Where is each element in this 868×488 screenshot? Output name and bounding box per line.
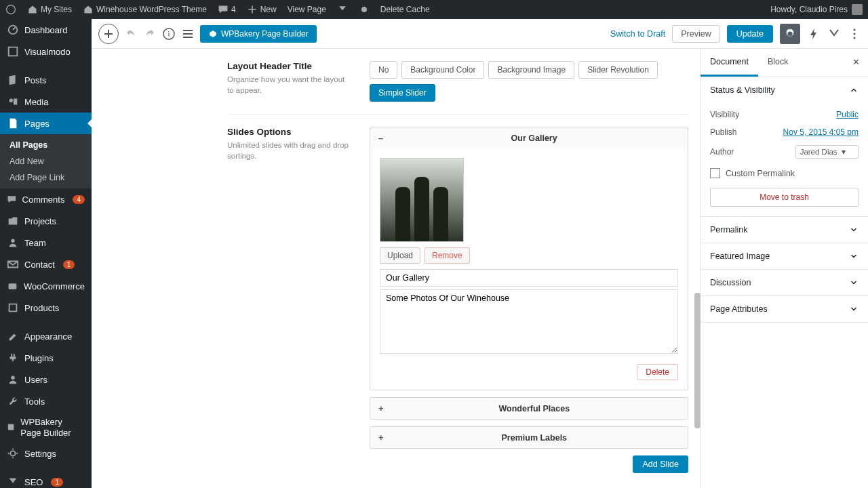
chevron-down-icon: [849, 251, 859, 261]
slide-1: – Our Gallery Upload: [370, 127, 688, 390]
info-icon[interactable]: i: [162, 27, 176, 41]
svg-point-0: [7, 5, 16, 14]
delete-slide-button[interactable]: Delete: [637, 364, 678, 380]
slide-desc-textarea[interactable]: Some Photos Of Our Winehouse: [380, 289, 678, 354]
svg-text:i: i: [168, 30, 170, 38]
menu-posts[interactable]: Posts: [0, 69, 92, 91]
menu-dashboard[interactable]: Dashboard: [0, 19, 92, 41]
menu-contact[interactable]: Contact1: [0, 253, 92, 275]
panel-discussion[interactable]: Discussion: [701, 270, 868, 296]
menu-plugins[interactable]: Plugins: [0, 347, 92, 369]
adminbar-delete-cache[interactable]: Delete Cache: [380, 5, 430, 14]
layout-header-title: Layout Header Title: [227, 61, 349, 71]
user-avatar[interactable]: [852, 4, 863, 15]
adminbar-viewpage[interactable]: View Page: [288, 5, 326, 14]
upload-button[interactable]: Upload: [380, 247, 420, 264]
adminbar-new[interactable]: New: [247, 4, 277, 15]
adminbar-comments[interactable]: 4: [218, 4, 236, 15]
slide-3-header[interactable]: + Premium Labels: [370, 427, 688, 448]
yoast-toolbar-icon[interactable]: [827, 27, 841, 41]
expand-icon: +: [378, 403, 384, 413]
menu-team[interactable]: Team: [0, 232, 92, 253]
my-sites[interactable]: My Sites: [27, 4, 72, 15]
visibility-value[interactable]: Public: [836, 110, 859, 119]
chevron-down-icon: [849, 304, 859, 314]
opt-bg-color[interactable]: Background Color: [401, 61, 484, 79]
menu-users[interactable]: Users: [0, 369, 92, 390]
remove-button[interactable]: Remove: [425, 247, 470, 264]
settings-gear-button[interactable]: [780, 24, 800, 44]
menu-appearance[interactable]: Appearance: [0, 325, 92, 347]
custom-permalink-checkbox[interactable]: Custom Permalink: [710, 163, 859, 184]
outline-icon[interactable]: [181, 27, 195, 41]
tab-block[interactable]: Block: [758, 49, 798, 77]
cache-dot-icon[interactable]: [359, 4, 370, 15]
submenu-add-page-link[interactable]: Add Page Link: [0, 169, 92, 186]
close-panel-icon[interactable]: ✕: [844, 49, 868, 77]
svg-point-12: [854, 33, 856, 35]
wpbakery-button[interactable]: WPBakery Page Builder: [200, 25, 317, 43]
menu-pages[interactable]: Pages: [0, 113, 92, 134]
bolt-icon[interactable]: [807, 27, 821, 41]
redo-icon[interactable]: [143, 27, 157, 41]
menu-products[interactable]: Products: [0, 297, 92, 319]
svg-point-3: [9, 99, 13, 102]
svg-point-6: [11, 376, 14, 380]
comments-badge: 4: [73, 195, 85, 204]
opt-bg-image[interactable]: Background Image: [488, 61, 574, 79]
opt-simple-slider[interactable]: Simple Slider: [370, 84, 435, 102]
add-block-button[interactable]: [98, 24, 119, 44]
menu-projects[interactable]: Projects: [0, 210, 92, 232]
panel-permalink[interactable]: Permalink: [701, 217, 868, 243]
menu-seo[interactable]: SEO1: [0, 471, 92, 488]
panel-status-visibility[interactable]: Status & Visibility: [701, 77, 868, 103]
chevron-down-icon: [849, 278, 859, 287]
slides-options-desc: Unlimited slides with drag and drop sort…: [227, 140, 349, 161]
panel-featured-image[interactable]: Featured Image: [701, 243, 868, 269]
visibility-label: Visibility: [710, 110, 739, 119]
slide-3: + Premium Labels: [370, 426, 688, 449]
submenu-add-new[interactable]: Add New: [0, 153, 92, 169]
svg-point-13: [854, 37, 856, 39]
chevron-down-icon: [849, 225, 859, 235]
svg-rect-5: [9, 283, 17, 289]
submenu-all-pages[interactable]: All Pages: [0, 137, 92, 153]
menu-settings[interactable]: Settings: [0, 443, 92, 464]
chevron-up-icon: [849, 85, 859, 95]
slide-2: + Wonderful Places: [370, 397, 688, 420]
tab-document[interactable]: Document: [701, 49, 758, 77]
publish-label: Publish: [710, 127, 736, 137]
publish-value[interactable]: Nov 5, 2015 4:05 pm: [783, 127, 859, 137]
author-select[interactable]: Jared Dias ▾: [795, 145, 859, 159]
greeting[interactable]: Howdy, Claudio Pires: [770, 5, 848, 14]
update-button[interactable]: Update: [727, 25, 773, 43]
opt-slider-rev[interactable]: Slider Revolution: [578, 61, 658, 79]
slide-1-header[interactable]: – Our Gallery: [370, 127, 688, 148]
add-slide-button[interactable]: Add Slide: [633, 455, 688, 473]
svg-rect-7: [8, 424, 14, 430]
menu-tools[interactable]: Tools: [0, 390, 92, 412]
undo-icon[interactable]: [124, 27, 138, 41]
menu-visualmodo[interactable]: Visualmodo: [0, 41, 92, 62]
slide-title-input[interactable]: [380, 269, 678, 287]
switch-to-draft[interactable]: Switch to Draft: [610, 29, 665, 39]
panel-page-attributes[interactable]: Page Attributes: [701, 296, 868, 322]
slide-2-header[interactable]: + Wonderful Places: [370, 398, 688, 419]
contact-badge: 1: [63, 260, 75, 269]
menu-wpbakery[interactable]: WPBakery Page Builder: [0, 412, 92, 443]
wp-logo-icon[interactable]: [5, 4, 16, 15]
menu-media[interactable]: Media: [0, 91, 92, 113]
preview-button[interactable]: Preview: [672, 25, 719, 43]
author-label: Author: [710, 147, 734, 157]
move-to-trash-button[interactable]: Move to trash: [710, 188, 859, 207]
opt-no[interactable]: No: [370, 61, 397, 79]
menu-woocommerce[interactable]: WooCommerce: [0, 275, 92, 297]
svg-point-4: [11, 239, 14, 243]
menu-comments[interactable]: Comments4: [0, 188, 92, 210]
layout-header-desc: Organize how you want the layout to appe…: [227, 74, 349, 96]
slide-image: [380, 158, 464, 242]
more-icon[interactable]: [848, 27, 861, 41]
scrollbar[interactable]: [694, 293, 701, 428]
yoast-icon[interactable]: [337, 4, 348, 15]
site-name[interactable]: Winehouse WordPress Theme: [83, 4, 207, 15]
